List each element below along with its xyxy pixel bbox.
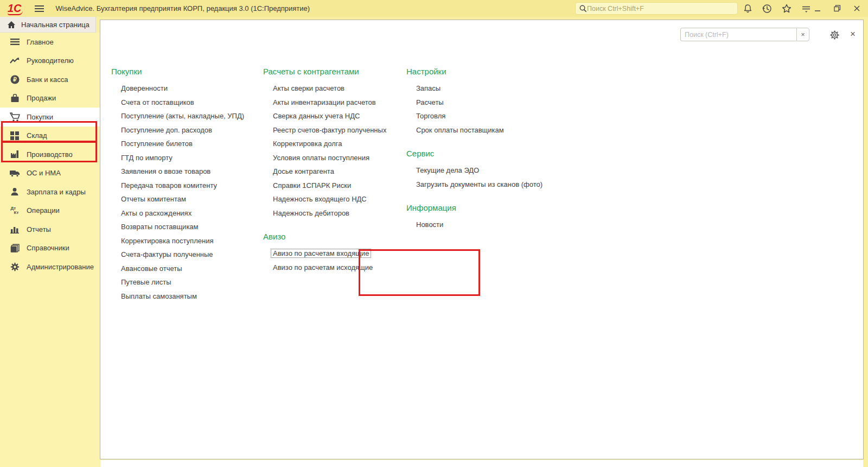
trend-icon <box>9 55 20 66</box>
menu-item-avizo-outgoing[interactable]: Авизо по расчетам исходящие <box>263 261 386 275</box>
menu-item[interactable]: Заявления о ввозе товаров <box>111 165 244 179</box>
gear-icon <box>9 261 20 272</box>
menu-item[interactable]: Торговля <box>406 109 542 123</box>
close-window-button[interactable] <box>851 3 863 15</box>
menu-item[interactable]: Доверенности <box>111 81 244 96</box>
column-purchases: Покупки Доверенности Счета от поставщико… <box>111 66 244 303</box>
sidebar-item-administrirovanie[interactable]: Администрирование <box>0 257 100 276</box>
menu-item[interactable]: Поступление доп. расходов <box>111 123 244 137</box>
menu-item[interactable]: Поступление билетов <box>111 137 244 151</box>
section-title-contractors: Расчеты с контрагентами <box>263 66 386 78</box>
favorites-star-icon[interactable] <box>780 2 793 15</box>
menu-item[interactable]: Надежность входящего НДС <box>263 192 386 206</box>
title-bar: 1С WiseAdvice. Бухгалтерия предприятия К… <box>0 0 868 17</box>
menu-item-avizo-incoming[interactable]: Авизо по расчетам входящие <box>263 247 386 261</box>
window-controls <box>812 0 863 17</box>
menu-item[interactable]: ГТД по импорту <box>111 151 244 165</box>
search-icon <box>579 4 587 12</box>
cart-icon <box>9 111 20 122</box>
svg-text:₽: ₽ <box>13 77 17 83</box>
tab-home-page[interactable]: Начальная страница <box>0 17 96 33</box>
sidebar-item-operacii[interactable]: ДтКт Операции <box>0 201 100 220</box>
home-icon <box>7 21 16 29</box>
titlebar-icons <box>741 0 813 17</box>
menu-item[interactable]: Надежность дебиторов <box>263 206 386 220</box>
dtkt-icon: ДтКт <box>9 205 20 216</box>
panel-search-input[interactable] <box>680 28 796 41</box>
menu-item[interactable]: Акты о расхождениях <box>111 206 244 220</box>
menu-item[interactable]: Запасы <box>406 81 542 96</box>
panel-close-icon[interactable]: × <box>847 28 859 40</box>
briefcase-icon <box>9 93 20 104</box>
menu-item[interactable]: Поступление (акты, накладные, УПД) <box>111 109 244 123</box>
menu-item[interactable]: Срок оплаты поставщикам <box>406 123 542 137</box>
menu-item[interactable]: Загрузить документы из сканов (фото) <box>406 178 542 192</box>
menu-item[interactable]: Передача товаров комитенту <box>111 179 244 193</box>
1c-logo-icon: 1С <box>8 2 23 15</box>
menu-item[interactable]: Отчеты комитентам <box>111 192 244 206</box>
global-search-input[interactable] <box>587 5 734 12</box>
person-icon <box>9 186 20 197</box>
menu-item[interactable]: Реестр счетов-фактур полученных <box>263 123 386 137</box>
menu-item[interactable]: Сверка данных учета НДС <box>263 109 386 123</box>
menu-item[interactable]: Путевые листы <box>111 275 244 289</box>
sidebar-item-sklad[interactable]: Склад <box>0 127 100 146</box>
service-menu-icon[interactable] <box>800 2 813 15</box>
truck-icon <box>9 168 20 179</box>
sidebar-nav: Главное Руководителю ₽ Банк и касса Прод… <box>0 33 100 467</box>
history-icon[interactable] <box>761 2 774 15</box>
menu-item[interactable]: Авансовые отчеты <box>111 262 244 276</box>
section-title-service: Сервис <box>406 148 542 160</box>
panel-bottom-strip <box>100 460 863 467</box>
clear-search-icon[interactable]: × <box>796 28 809 41</box>
menu-item[interactable]: Счета от поставщиков <box>111 96 244 110</box>
section-title-settings: Настройки <box>406 66 542 78</box>
warehouse-icon <box>9 130 20 141</box>
section-title-purchases: Покупки <box>111 66 244 78</box>
sidebar-item-bank-i-kassa[interactable]: ₽ Банк и касса <box>0 70 100 89</box>
menu-item[interactable]: Акты сверки расчетов <box>263 81 386 96</box>
books-icon <box>9 243 20 254</box>
factory-icon <box>9 149 20 160</box>
sidebar-item-otchety[interactable]: Отчеты <box>0 220 100 239</box>
menu-item[interactable]: Выплаты самозанятым <box>111 289 244 304</box>
menu-item[interactable]: Акты инвентаризации расчетов <box>263 96 386 110</box>
section-title-avizo: Авизо <box>263 231 386 243</box>
sidebar-item-zarplata-i-kadry[interactable]: Зарплата и кадры <box>0 182 100 201</box>
sidebar-item-prodazhi[interactable]: Продажи <box>0 89 100 108</box>
panel-settings-gear-icon[interactable] <box>828 29 840 41</box>
menu-item[interactable]: Текущие дела ЭДО <box>406 163 542 178</box>
menu-item[interactable]: Счета-фактуры полученные <box>111 248 244 262</box>
menu-item[interactable]: Корректировка поступления <box>111 234 244 248</box>
tab-home-label: Начальная страница <box>21 21 90 29</box>
sidebar-item-spravochniki[interactable]: Справочники <box>0 239 100 258</box>
sidebar-item-os-i-nma[interactable]: ОС и НМА <box>0 164 100 183</box>
menu-item[interactable]: Справки 1СПАРК Риски <box>263 179 386 193</box>
ruble-icon: ₽ <box>9 74 20 85</box>
menu-lines-icon <box>9 36 20 47</box>
menu-item[interactable]: Расчеты <box>406 96 542 110</box>
barchart-icon <box>9 224 20 235</box>
global-search-box[interactable] <box>575 2 738 15</box>
sidebar-item-pokupki[interactable]: Покупки <box>0 108 100 127</box>
app-title: WiseAdvice. Бухгалтерия предприятия КОРП… <box>56 4 310 12</box>
menu-item[interactable]: Корректировка долга <box>263 137 386 151</box>
column-settings: Настройки Запасы Расчеты Торговля Срок о… <box>406 66 542 232</box>
panel-search-box[interactable]: × <box>680 28 809 41</box>
sidebar-item-proizvodstvo[interactable]: Производство <box>0 145 100 164</box>
column-contractors: Расчеты с контрагентами Акты сверки расч… <box>263 66 386 274</box>
menu-item[interactable]: Новости <box>406 218 542 232</box>
sidebar-item-rukovoditelyu[interactable]: Руководителю <box>0 52 100 71</box>
restore-button[interactable] <box>831 3 843 15</box>
purchases-function-panel: × × Покупки Доверенности Счета от постав… <box>100 20 864 459</box>
menu-item[interactable]: Досье контрагента <box>263 165 386 179</box>
section-title-info: Информация <box>406 202 542 214</box>
menu-item[interactable]: Возвраты поставщикам <box>111 220 244 234</box>
minimize-button[interactable] <box>812 3 824 15</box>
main-menu-burger-icon[interactable] <box>35 5 44 12</box>
notifications-bell-icon[interactable] <box>741 2 754 15</box>
menu-item[interactable]: Условия оплаты поступления <box>263 151 386 165</box>
sidebar-item-glavnoe[interactable]: Главное <box>0 33 100 52</box>
